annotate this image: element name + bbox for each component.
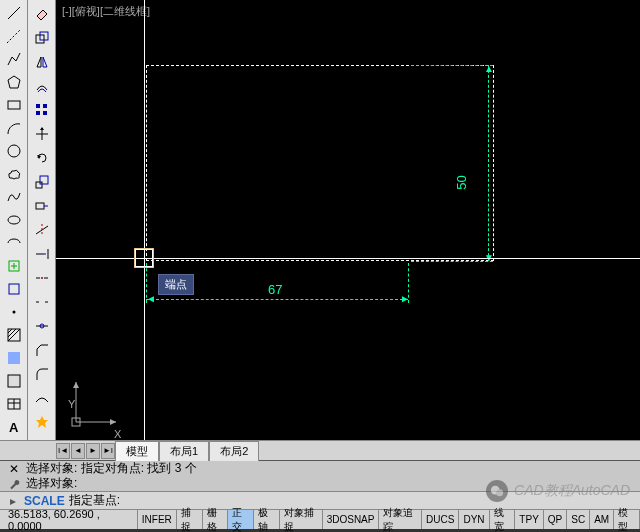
point-tool[interactable] [2, 301, 26, 322]
layout2-tab[interactable]: 布局2 [209, 441, 259, 461]
text-tool[interactable]: A [2, 416, 26, 437]
osnap-tooltip: 端点 [158, 274, 194, 295]
line-tool[interactable] [2, 3, 26, 24]
modify-toolbar [28, 0, 56, 440]
array-tool[interactable] [30, 99, 54, 121]
status-btn-1[interactable]: 捕捉 [177, 510, 203, 529]
status-btn-6[interactable]: 3DOSNAP [323, 510, 380, 529]
selection-rectangle [146, 65, 494, 261]
command-history-line-1: ✕ 选择对象: 指定对角点: 找到 3 个 [0, 461, 640, 476]
rectangle-tool[interactable] [2, 95, 26, 116]
status-btn-7[interactable]: 对象追踪 [379, 510, 422, 529]
dimension-ext-top [411, 65, 493, 66]
dimension-width-text: 67 [268, 282, 282, 297]
scale-tool[interactable] [30, 171, 54, 193]
tab-prev-button[interactable]: ◄ [71, 443, 85, 459]
rotate-tool[interactable] [30, 147, 54, 169]
dimension-arrow-l: ◄ [146, 293, 156, 304]
command-prompt-text: 指定基点: [69, 492, 120, 509]
svg-marker-2 [8, 76, 20, 88]
offset-tool[interactable] [30, 75, 54, 97]
move-tool[interactable] [30, 123, 54, 145]
draw-toolbar: A [0, 0, 28, 440]
dimension-ext-bot [411, 261, 493, 262]
erase-tool[interactable] [30, 3, 54, 25]
svg-rect-33 [36, 203, 44, 209]
dimension-arrow-r: ► [400, 293, 410, 304]
svg-point-42 [41, 277, 43, 279]
status-btn-4[interactable]: 极轴 [254, 510, 280, 529]
status-btn-2[interactable]: 栅格 [203, 510, 229, 529]
blend-tool[interactable] [30, 387, 54, 409]
arc-tool[interactable] [2, 118, 26, 139]
drawing-canvas[interactable]: [-][俯视][二维线框] 67 ◄ ► 50 ▲ ▼ 端点 Y X [56, 0, 640, 440]
layout1-tab[interactable]: 布局1 [159, 441, 209, 461]
polyline-tool[interactable] [2, 49, 26, 70]
copy-tool[interactable] [30, 27, 54, 49]
extend-tool[interactable] [30, 243, 54, 265]
status-btn-12[interactable]: QP [544, 510, 567, 529]
break-at-point-tool[interactable] [30, 267, 54, 289]
tab-first-button[interactable]: I◄ [56, 443, 70, 459]
region-tool[interactable] [2, 370, 26, 391]
status-btn-14[interactable]: AM [590, 510, 614, 529]
svg-marker-29 [40, 127, 44, 130]
svg-rect-26 [43, 111, 47, 115]
revision-cloud-tool[interactable] [2, 164, 26, 185]
close-cmd-icon[interactable]: ✕ [6, 462, 22, 476]
status-btn-10[interactable]: 线宽 [490, 510, 516, 529]
gradient-tool[interactable] [2, 347, 26, 368]
construction-line-tool[interactable] [2, 26, 26, 47]
status-btn-11[interactable]: TPY [515, 510, 543, 529]
svg-rect-9 [9, 284, 19, 294]
model-tab[interactable]: 模型 [115, 441, 159, 461]
status-btn-15[interactable]: 模型 [614, 510, 640, 529]
ellipse-tool[interactable] [2, 210, 26, 231]
coordinates-display[interactable]: 36.5183, 60.2690 , 0.0000 [0, 510, 138, 529]
hatch-tool[interactable] [2, 324, 26, 345]
spline-tool[interactable] [2, 187, 26, 208]
status-btn-13[interactable]: SC [567, 510, 590, 529]
make-block-tool[interactable] [2, 278, 26, 299]
crosshair-vertical [144, 0, 145, 440]
svg-point-54 [496, 489, 503, 496]
join-tool[interactable] [30, 315, 54, 337]
watermark: CAD教程AutoCAD [486, 480, 630, 502]
status-btn-9[interactable]: DYN [459, 510, 489, 529]
ellipse-arc-tool[interactable] [2, 233, 26, 254]
explode-tool[interactable] [30, 411, 54, 433]
svg-text:A: A [9, 420, 19, 435]
tab-last-button[interactable]: ►I [101, 443, 115, 459]
status-bar: 36.5183, 60.2690 , 0.0000 INFER捕捉栅格正交极轴对… [0, 509, 640, 529]
fillet-tool[interactable] [30, 363, 54, 385]
status-btn-8[interactable]: DUCS [422, 510, 459, 529]
chamfer-tool[interactable] [30, 339, 54, 361]
svg-line-0 [8, 7, 20, 19]
polygon-tool[interactable] [2, 72, 26, 93]
status-btn-3[interactable]: 正交 [228, 510, 254, 529]
viewport-label[interactable]: [-][俯视][二维线框] [62, 4, 150, 19]
table-tool[interactable] [2, 393, 26, 414]
break-tool[interactable] [30, 291, 54, 313]
svg-marker-47 [36, 416, 48, 428]
circle-tool[interactable] [2, 141, 26, 162]
svg-rect-31 [36, 182, 42, 188]
mirror-tool[interactable] [30, 51, 54, 73]
svg-marker-52 [73, 382, 79, 388]
svg-point-10 [12, 310, 15, 313]
tab-next-button[interactable]: ► [86, 443, 100, 459]
stretch-tool[interactable] [30, 195, 54, 217]
svg-rect-16 [8, 375, 20, 387]
svg-rect-24 [43, 104, 47, 108]
svg-rect-25 [36, 111, 40, 115]
wechat-icon [486, 480, 508, 502]
status-btn-0[interactable]: INFER [138, 510, 177, 529]
trim-tool[interactable] [30, 219, 54, 241]
svg-line-1 [7, 29, 21, 43]
status-btn-5[interactable]: 对象捕捉 [280, 510, 323, 529]
wrench-icon[interactable] [6, 477, 22, 491]
command-name: SCALE [20, 494, 69, 508]
dimension-line-horizontal [146, 299, 408, 300]
insert-block-tool[interactable] [2, 255, 26, 276]
pickbox [135, 249, 153, 267]
